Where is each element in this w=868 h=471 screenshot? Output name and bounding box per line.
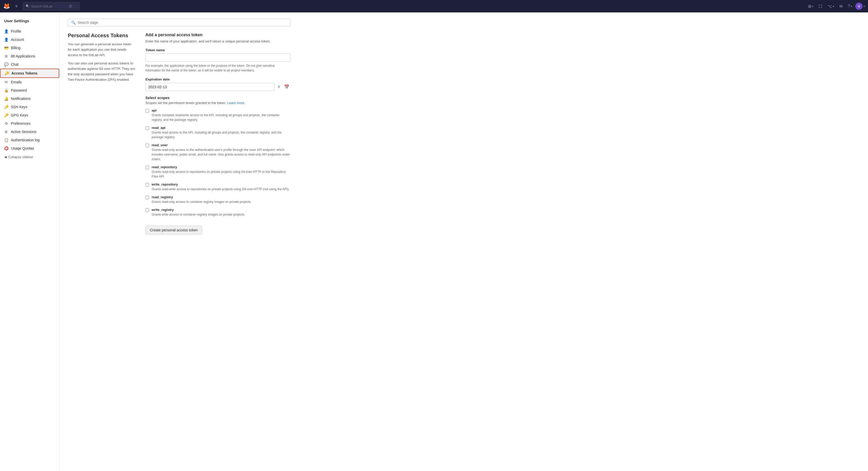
sidebar-item-label: Password (11, 88, 27, 92)
usage-quotas-icon: ⭕ (4, 146, 8, 150)
scope-item-read-registry: read_registry Grants read-only access to… (146, 195, 290, 204)
scope-desc-read-repository: Grants read-only access to repositories … (152, 169, 290, 179)
applications-icon: ⊞ (4, 54, 8, 58)
sidebar-item-notifications[interactable]: 🔔 Notifications (0, 94, 59, 103)
search-shortcut: / (69, 4, 72, 8)
global-search-input[interactable] (31, 4, 67, 8)
avatar-chevron: ▾ (864, 5, 865, 8)
scope-checkbox-write-repository[interactable] (146, 183, 149, 187)
sidebar-item-password[interactable]: 🔒 Password (0, 86, 59, 94)
scopes-learn-more-link[interactable]: Learn more. (227, 101, 245, 105)
sidebar-item-applications[interactable]: ⊞ 88 Applications (0, 52, 59, 60)
notifications-icon: 🔔 (4, 97, 8, 101)
emails-icon: ✉ (4, 80, 8, 84)
page-search-icon: 🔍 (71, 21, 75, 25)
page-desc-2: You can also use personal access tokens … (68, 61, 135, 82)
expiry-clear-button[interactable]: ✕ (276, 84, 282, 90)
scope-name-write-registry: write_registry (152, 208, 245, 212)
sidebar-item-label: Active Sessions (11, 130, 36, 134)
sidebar-item-label: Emails (11, 80, 22, 84)
left-panel: Personal Access Tokens You can generate … (68, 33, 135, 234)
account-icon: 👤 (4, 37, 8, 42)
create-new-button[interactable]: ⊞ ▾ (806, 3, 815, 10)
scope-item-read-user: read_user Grants read-only access to the… (146, 143, 290, 161)
ssh-keys-icon: 🔑 (4, 105, 8, 109)
sidebar-item-auth-log[interactable]: 📋 Authentication log (0, 136, 59, 144)
scope-item-api: api Grants complete read/write access to… (146, 108, 290, 122)
password-icon: 🔒 (4, 88, 8, 92)
scope-desc-api: Grants complete read/write access to the… (152, 113, 290, 122)
scope-item-write-registry: write_registry Grants write access to co… (146, 208, 290, 217)
scope-desc-read-user: Grants read-only access to the authentic… (152, 148, 290, 161)
main-content: 🔍 Personal Access Tokens You can generat… (60, 12, 344, 471)
sidebar-item-label: GPG Keys (11, 113, 28, 117)
sidebar-item-label: SSH Keys (11, 105, 27, 109)
scopes-group: Select scopes Scopes set the permission … (146, 96, 290, 217)
token-name-hint: For example, the application using the t… (146, 63, 290, 73)
scope-item-read-repository: read_repository Grants read-only access … (146, 165, 290, 179)
chat-icon: 💬 (4, 62, 8, 66)
page-search-input[interactable] (78, 21, 287, 25)
page-layout: User Settings 👤 Profile 👤 Account 💳 Bill… (0, 12, 868, 471)
sidebar-item-preferences[interactable]: ⚙ Preferences (0, 119, 59, 128)
scope-checkbox-api[interactable] (146, 109, 149, 113)
scope-item-read-api: read_api Grants read access to the API, … (146, 126, 290, 139)
scope-checkbox-read-repository[interactable] (146, 166, 149, 169)
sidebar-item-ssh-keys[interactable]: 🔑 SSH Keys (0, 103, 59, 111)
add-token-desc: Enter the name of your application, and … (146, 39, 290, 44)
sidebar-item-profile[interactable]: 👤 Profile (0, 27, 59, 35)
scope-checkbox-write-registry[interactable] (146, 208, 149, 212)
sidebar-item-label: Chat (11, 62, 19, 66)
scope-name-read-api: read_api (152, 126, 290, 130)
gpg-keys-icon: 🔑 (4, 113, 8, 117)
scope-checkbox-read-api[interactable] (146, 126, 149, 130)
user-avatar[interactable]: U (855, 3, 863, 10)
sidebar-item-usage-quotas[interactable]: ⭕ Usage Quotas (0, 144, 59, 152)
collapse-sidebar-button[interactable]: ◀ Collapse sidebar (0, 152, 59, 161)
help-button[interactable]: ? ▾ (846, 3, 854, 9)
expiry-input[interactable] (146, 83, 275, 91)
sidebar-item-gpg-keys[interactable]: 🔑 GPG Keys (0, 111, 59, 119)
sidebar-item-active-sessions[interactable]: 🖥 Active Sessions (0, 128, 59, 136)
merge-requests-button[interactable]: ⌥ ▾ (825, 3, 836, 10)
collapse-label: Collapse sidebar (8, 155, 33, 159)
sidebar-item-label: Notifications (11, 97, 31, 101)
access-tokens-icon: 🔑 (5, 71, 9, 75)
sidebar-item-account[interactable]: 👤 Account (0, 35, 59, 44)
scope-name-read-repository: read_repository (152, 165, 290, 169)
sidebar-item-emails[interactable]: ✉ Emails (0, 78, 59, 86)
issues-button[interactable]: ✉ (837, 3, 845, 10)
global-search-bar[interactable]: 🔍 / (23, 2, 80, 10)
sidebar-item-label: Access Tokens (11, 71, 37, 75)
page-search-bar[interactable]: 🔍 (68, 19, 290, 26)
scope-checkbox-read-registry[interactable] (146, 196, 149, 199)
right-panel: Add a personal access token Enter the na… (146, 33, 290, 234)
scope-checkbox-read-user[interactable] (146, 144, 149, 147)
sidebar-item-label: Usage Quotas (11, 146, 34, 150)
scopes-title: Select scopes (146, 96, 290, 100)
sidebar-item-chat[interactable]: 💬 Chat (0, 60, 59, 69)
sidebar-item-access-tokens[interactable]: 🔑 Access Tokens (0, 69, 59, 78)
content-grid: Personal Access Tokens You can generate … (68, 33, 290, 234)
scopes-desc: Scopes set the permission levels granted… (146, 101, 290, 105)
sidebar-item-label: Authentication log (11, 138, 40, 142)
scope-name-read-registry: read_registry (152, 195, 252, 199)
scope-name-write-repository: write_repository (152, 183, 289, 186)
expiry-label: Expiration date (146, 77, 290, 81)
token-name-label: Token name (146, 48, 290, 52)
add-token-title: Add a personal access token (146, 33, 290, 37)
hamburger-button[interactable]: ≡ (13, 3, 20, 9)
topnav-actions: ⊞ ▾ ☐ ⌥ ▾ ✉ ? ▾ U ▾ (806, 3, 865, 10)
scope-desc-read-registry: Grants read-only access to container reg… (152, 199, 252, 204)
sidebar-item-billing[interactable]: 💳 Billing (0, 44, 59, 52)
search-icon: 🔍 (26, 4, 30, 8)
expiry-calendar-button[interactable]: 📅 (283, 84, 290, 90)
gitlab-logo: 🦊 (3, 3, 10, 9)
scope-desc-read-api: Grants read access to the API, including… (152, 130, 290, 139)
sidebar-item-label: Profile (11, 29, 21, 33)
expiry-group: Expiration date ✕ 📅 (146, 77, 290, 91)
token-name-input[interactable] (146, 54, 290, 62)
collapse-icon: ◀ (4, 155, 7, 159)
create-token-button[interactable]: Create personal access token (146, 226, 202, 234)
snippets-button[interactable]: ☐ (816, 3, 824, 10)
